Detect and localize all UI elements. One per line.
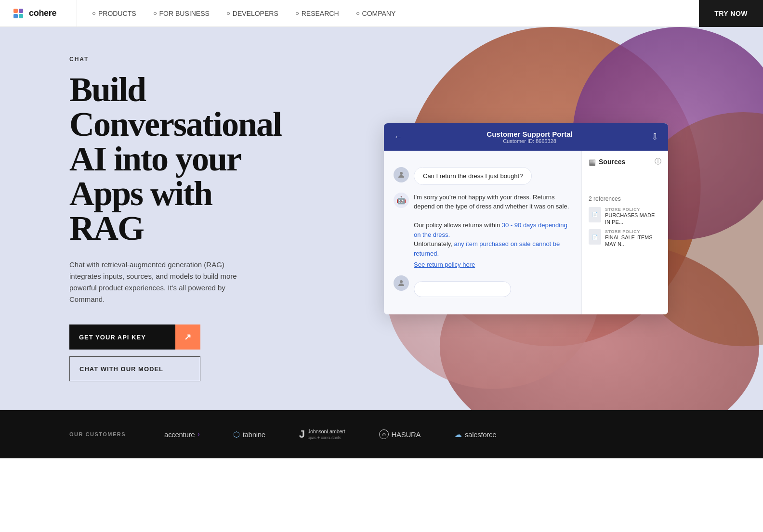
demo-title-area: Customer Support Portal Customer ID: 866…: [408, 130, 651, 144]
chat-area: Can I return the dress I just bought? 🤖 …: [384, 151, 581, 314]
nav-link-products[interactable]: PRODUCTS: [92, 10, 136, 17]
demo-portal-title: Customer Support Portal: [408, 130, 651, 138]
bot-response-line2-start: Our policy allows returns within: [414, 221, 502, 229]
try-now-button[interactable]: TRY NOW: [699, 0, 763, 27]
chat-with-model-button[interactable]: CHAT WITH OUR MODEL: [69, 356, 200, 381]
nav-links: PRODUCTS FOR BUSINESS DEVELOPERS RESEARC…: [77, 10, 699, 17]
nav-link-developers[interactable]: DEVELOPERS: [227, 10, 278, 17]
sources-header: ▦ Sources ⓘ: [589, 157, 661, 167]
logo-text: cohere: [29, 8, 56, 18]
navigation: cohere PRODUCTS FOR BUSINESS DEVELOPERS …: [0, 0, 763, 27]
svg-point-5: [400, 172, 403, 175]
nav-link-for-business[interactable]: FOR BUSINESS: [154, 10, 210, 17]
source-item-1: 📄 STORE POLICY PURCHASES MADE IN PE...: [589, 207, 661, 226]
customer-logo-tabnine: ⬡ tabnine: [233, 430, 265, 439]
bot-response-sale: Unfortunately,: [414, 240, 454, 247]
customer-logos: accenture› ⬡ tabnine J JohnsonLambertcpa…: [164, 428, 694, 441]
nav-dot: [92, 12, 95, 15]
get-api-key-button[interactable]: GET YOUR API KEY ↗: [69, 324, 200, 350]
nav-dot: [296, 12, 299, 15]
chat-bot-response: 🤖 I'm sorry you're not happy with your d…: [394, 193, 572, 270]
hero-label: CHAT: [69, 56, 260, 63]
source-text-2: FINAL SALE ITEMS MAY N...: [605, 234, 661, 248]
demo-customer-id: Customer ID: 8665328: [408, 138, 651, 144]
sources-icon: ▦: [589, 157, 596, 167]
chat-input-message: [394, 275, 572, 297]
nav-dot: [154, 12, 157, 15]
chat-input-container: [414, 281, 511, 297]
user-avatar: [394, 167, 409, 182]
svg-point-6: [400, 280, 403, 283]
hero-section: CHAT BuildConversationalAI into yourApps…: [0, 27, 763, 410]
nav-dot: [356, 12, 359, 15]
source-text-1: PURCHASES MADE IN PE...: [605, 212, 661, 226]
logo[interactable]: cohere: [0, 0, 77, 26]
hero-description: Chat with retrieval-augmented generation…: [69, 259, 252, 305]
chat-input-field[interactable]: [422, 285, 503, 293]
doc-icon-1: 📄: [589, 207, 601, 222]
nav-dot: [227, 12, 230, 15]
customer-logo-accenture: accenture›: [164, 430, 199, 439]
source-item-2: 📄 STORE POLICY FINAL SALE ITEMS MAY N...: [589, 229, 661, 248]
customer-logo-hasura: ⊙ HASURA: [379, 429, 421, 439]
hero-left-panel: CHAT BuildConversationalAI into yourApps…: [0, 27, 289, 410]
demo-widget: ← Customer Support Portal Customer ID: 8…: [384, 123, 668, 314]
customer-logo-johnson-lambert: J JohnsonLambertcpas + consultants: [299, 428, 345, 441]
demo-body: Can I return the dress I just bought? 🤖 …: [384, 151, 668, 314]
chat-user-message: Can I return the dress I just bought?: [394, 167, 572, 185]
info-icon[interactable]: ⓘ: [655, 157, 661, 166]
sources-title: Sources: [599, 158, 625, 166]
customer-logo-salesforce: ☁ salesforce: [454, 430, 496, 439]
customers-bar: OUR CUSTOMERS accenture› ⬡ tabnine J Joh…: [0, 410, 763, 458]
user-bubble: Can I return the dress I just bought?: [414, 167, 532, 185]
nav-link-research[interactable]: RESEARCH: [296, 10, 339, 17]
source-category-1: STORE POLICY: [605, 207, 661, 212]
logo-icon: [12, 7, 25, 20]
hero-right-panel: ← Customer Support Portal Customer ID: 8…: [289, 27, 763, 410]
input-user-avatar: [394, 275, 409, 291]
source-category-2: STORE POLICY: [605, 229, 661, 234]
bot-text: I'm sorry you're not happy with your dre…: [414, 193, 572, 270]
bot-response-line1: I'm sorry you're not happy with your dre…: [414, 194, 569, 210]
return-policy-link[interactable]: See return policy here: [414, 260, 572, 270]
sources-panel: ▦ Sources ⓘ 2 references 📄 STORE POLICY …: [581, 151, 668, 314]
cta-buttons: GET YOUR API KEY ↗ CHAT WITH OUR MODEL: [69, 324, 260, 381]
doc-icon-2: 📄: [589, 229, 601, 245]
references-count: 2 references: [589, 195, 661, 202]
bot-avatar: 🤖: [394, 193, 409, 208]
download-icon[interactable]: ⇩: [651, 131, 658, 142]
nav-link-company[interactable]: COMPANY: [356, 10, 396, 17]
demo-header: ← Customer Support Portal Customer ID: 8…: [384, 123, 668, 151]
customers-label: OUR CUSTOMERS: [69, 431, 126, 437]
hero-title: BuildConversationalAI into yourApps with…: [69, 72, 260, 246]
arrow-icon: ↗: [175, 324, 200, 350]
bot-row: 🤖 I'm sorry you're not happy with your d…: [394, 193, 572, 270]
back-button[interactable]: ←: [394, 132, 402, 142]
